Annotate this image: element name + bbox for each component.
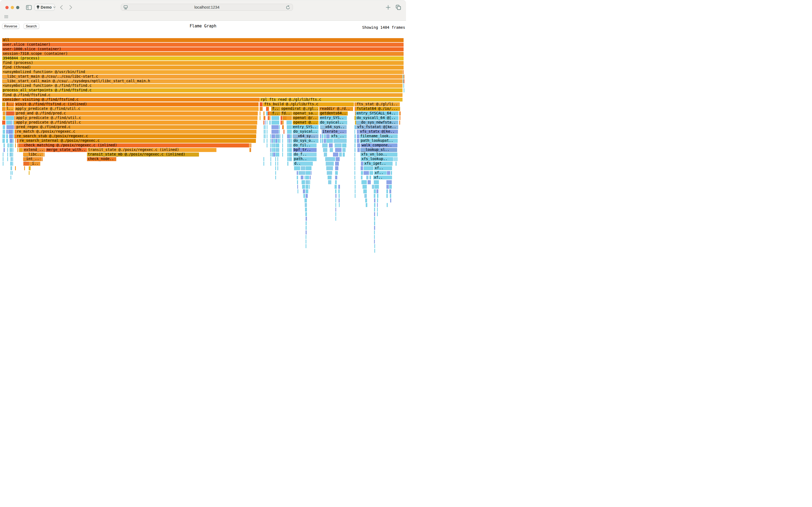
flame-frame[interactable] xyxy=(361,171,363,175)
flame-frame[interactable] xyxy=(259,116,260,120)
flame-frame[interactable] xyxy=(2,139,5,143)
flame-frame[interactable] xyxy=(355,189,355,193)
flame-frame[interactable] xyxy=(335,217,336,221)
flame-frame[interactable] xyxy=(355,194,355,198)
flame-frame[interactable] xyxy=(335,166,338,170)
flame-frame[interactable] xyxy=(335,189,337,193)
flame-frame[interactable] xyxy=(327,171,332,175)
flame-frame[interactable] xyxy=(276,148,280,152)
flame-frame[interactable] xyxy=(11,148,12,152)
flame-frame[interactable]: filename_look.. xyxy=(359,134,398,138)
flame-frame[interactable] xyxy=(328,176,332,180)
flame-frame[interactable] xyxy=(270,134,271,138)
flame-frame[interactable] xyxy=(303,194,305,198)
flame-frame[interactable] xyxy=(357,134,359,138)
flame-frame[interactable] xyxy=(250,148,251,152)
flame-frame[interactable]: xfs_vn_loo.. xyxy=(360,153,397,157)
flame-frame[interactable] xyxy=(377,203,378,207)
flame-frame[interactable] xyxy=(325,157,335,161)
flame-frame[interactable] xyxy=(273,153,275,157)
flame-frame[interactable] xyxy=(270,153,271,157)
flame-frame[interactable] xyxy=(305,244,306,248)
flame-frame[interactable] xyxy=(290,134,292,138)
flame-frame[interactable]: l.. xyxy=(6,102,14,106)
flame-frame[interactable] xyxy=(280,139,280,143)
flame-frame[interactable] xyxy=(10,148,11,152)
flame-frame[interactable]: __libc_start_call_main @./csu/../sysdeps… xyxy=(2,79,403,83)
flame-frame[interactable] xyxy=(259,111,260,115)
flame-frame[interactable] xyxy=(399,121,400,125)
flame-frame[interactable]: readdir @./d.. xyxy=(319,107,353,111)
flame-frame[interactable] xyxy=(282,153,283,157)
grid-dots-icon[interactable] xyxy=(5,15,8,18)
flame-frame[interactable] xyxy=(354,162,355,166)
flame-frame[interactable] xyxy=(374,199,375,203)
flame-frame[interactable]: xf.. xyxy=(374,166,392,170)
flame-frame[interactable]: extend_.. xyxy=(23,148,45,152)
flame-frame[interactable] xyxy=(279,125,280,129)
flame-frame[interactable] xyxy=(399,111,401,115)
flame-frame[interactable] xyxy=(374,217,375,221)
flame-frame[interactable] xyxy=(275,162,276,166)
flame-frame[interactable] xyxy=(305,208,307,212)
flame-frame[interactable] xyxy=(299,171,305,175)
flame-frame[interactable] xyxy=(10,166,12,170)
flame-frame[interactable] xyxy=(361,162,363,166)
flame-frame[interactable] xyxy=(336,157,340,161)
flame-frame[interactable] xyxy=(276,153,280,157)
flame-frame[interactable]: f.. xyxy=(271,111,280,115)
flame-frame[interactable] xyxy=(329,144,333,148)
flame-frame[interactable]: transit_state_mb @./posix/regexec.c (inl… xyxy=(87,153,199,157)
flame-frame[interactable] xyxy=(14,125,15,129)
flame-frame[interactable] xyxy=(13,148,13,152)
flame-frame[interactable] xyxy=(275,176,276,180)
reload-icon[interactable] xyxy=(286,5,290,10)
flame-frame[interactable] xyxy=(355,125,356,129)
flame-frame[interactable] xyxy=(400,116,400,120)
flame-frame[interactable] xyxy=(272,130,279,134)
flame-frame[interactable] xyxy=(264,116,265,120)
flame-frame[interactable]: vfs_fstatat @[ke.. xyxy=(356,125,398,129)
flame-frame[interactable] xyxy=(334,139,347,143)
flame-frame[interactable]: xfs_.. xyxy=(330,134,347,138)
flame-frame[interactable] xyxy=(305,212,307,216)
flame-frame[interactable] xyxy=(282,148,283,152)
flame-frame[interactable] xyxy=(305,180,309,184)
flame-frame[interactable]: _i.. xyxy=(29,162,40,166)
flame-frame[interactable] xyxy=(322,139,323,143)
flame-frame[interactable]: _int_.. xyxy=(23,157,42,161)
flame-frame[interactable] xyxy=(354,102,356,106)
flame-frame[interactable] xyxy=(305,235,306,239)
flame-frame[interactable] xyxy=(309,176,311,180)
flame-frame[interactable]: re_search_stub @./posix/regexec.c xyxy=(16,134,256,138)
flame-frame[interactable] xyxy=(15,166,16,170)
flame-frame[interactable] xyxy=(369,171,373,175)
flame-frame[interactable] xyxy=(268,107,269,111)
flame-frame[interactable] xyxy=(10,162,12,166)
flame-frame[interactable]: find (thread) xyxy=(2,65,404,69)
flame-frame[interactable] xyxy=(289,148,292,152)
flame-frame[interactable] xyxy=(366,203,367,207)
flame-frame[interactable] xyxy=(372,185,374,189)
flame-frame[interactable] xyxy=(290,139,292,143)
flame-frame[interactable] xyxy=(363,189,367,193)
flame-frame[interactable] xyxy=(276,139,277,143)
flame-frame[interactable] xyxy=(259,107,263,111)
flame-frame[interactable] xyxy=(335,180,337,184)
flame-frame[interactable] xyxy=(322,144,328,148)
flame-frame[interactable] xyxy=(7,157,8,161)
flame-frame[interactable]: xfs_iget.. xyxy=(363,162,393,166)
flame-frame[interactable] xyxy=(387,189,388,193)
flame-frame[interactable] xyxy=(267,125,268,129)
flame-frame[interactable] xyxy=(267,134,268,138)
flame-frame[interactable] xyxy=(10,171,11,175)
flame-frame[interactable]: fd.. xyxy=(281,111,292,115)
flame-frame[interactable] xyxy=(287,130,292,134)
flame-frame[interactable] xyxy=(364,194,367,198)
flame-frame[interactable] xyxy=(354,134,356,138)
flame-frame[interactable] xyxy=(282,144,283,148)
flame-frame[interactable] xyxy=(297,180,298,184)
flame-frame[interactable]: openat_sa.. xyxy=(292,111,319,115)
flame-frame[interactable] xyxy=(335,203,336,207)
flame-frame[interactable] xyxy=(354,153,355,157)
